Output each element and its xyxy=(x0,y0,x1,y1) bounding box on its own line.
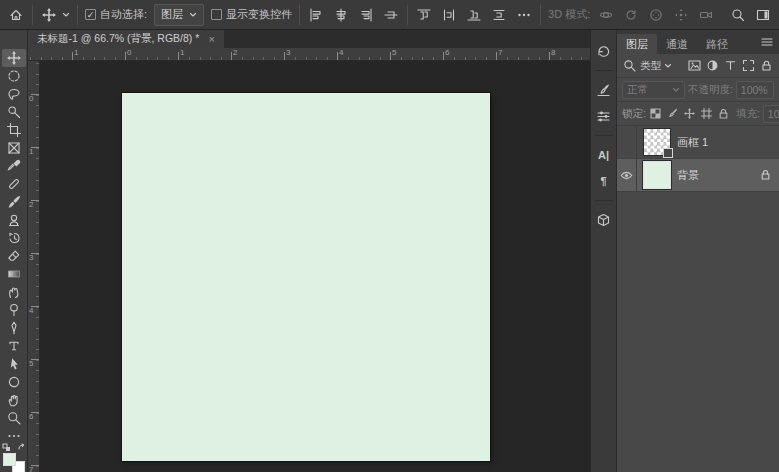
brush-settings-panel-icon[interactable] xyxy=(593,79,615,101)
ruler-label: 2 xyxy=(29,200,33,209)
filter-smart-objects-icon[interactable] xyxy=(759,58,774,73)
lock-position-icon[interactable] xyxy=(683,107,697,121)
ellipse-shape-tool[interactable] xyxy=(2,373,26,391)
frame-tool[interactable] xyxy=(2,139,26,157)
layer-thumbnail-frame1[interactable] xyxy=(644,129,670,155)
layer-thumbnail-background[interactable] xyxy=(644,162,670,188)
filter-type-layers-icon[interactable] xyxy=(723,58,738,73)
divider xyxy=(595,135,613,136)
smudge-tool[interactable] xyxy=(2,283,26,301)
tool-preset-move[interactable] xyxy=(40,6,70,24)
lock-transparency-icon[interactable] xyxy=(649,107,663,121)
brushes-panel-icon[interactable] xyxy=(593,105,615,127)
tab-channels[interactable]: 通道 xyxy=(657,34,697,54)
3d-roll-icon[interactable] xyxy=(622,6,640,24)
collapsed-panel-strip: A| ¶ xyxy=(590,30,617,472)
align-horizontal-centers-icon[interactable] xyxy=(332,6,350,24)
eye-icon xyxy=(620,169,633,182)
align-right-icon[interactable] xyxy=(357,6,375,24)
align-vertical-centers-icon[interactable] xyxy=(382,6,400,24)
filter-adjustment-layers-icon[interactable] xyxy=(705,58,720,73)
show-transform-label: 显示变换控件 xyxy=(226,7,292,22)
layer-name[interactable]: 画框 1 xyxy=(677,135,708,150)
clone-stamp-tool[interactable] xyxy=(2,211,26,229)
libraries-panel-icon[interactable] xyxy=(593,209,615,231)
visibility-toggle-empty[interactable] xyxy=(617,126,637,158)
document-canvas[interactable] xyxy=(122,93,490,461)
divider xyxy=(77,5,78,25)
default-colors-icon[interactable] xyxy=(2,443,11,452)
lasso-tool[interactable] xyxy=(2,85,26,103)
filter-pixel-layers-icon[interactable] xyxy=(687,58,702,73)
3d-camera-icon[interactable] xyxy=(697,6,715,24)
more-align-options-icon[interactable] xyxy=(515,6,533,24)
visibility-toggle-on[interactable] xyxy=(617,159,637,191)
auto-select-target-dropdown[interactable]: 图层 xyxy=(154,4,204,26)
crop-tool[interactable] xyxy=(2,121,26,139)
distribute-horizontal-icon[interactable] xyxy=(440,6,458,24)
paragraph-panel-icon[interactable]: ¶ xyxy=(593,170,615,192)
quick-selection-tool[interactable] xyxy=(2,103,26,121)
divider xyxy=(32,5,33,25)
show-transform-checkbox[interactable] xyxy=(211,9,222,20)
pen-tool[interactable] xyxy=(2,319,26,337)
history-brush-tool[interactable] xyxy=(2,229,26,247)
character-panel-icon[interactable]: A| xyxy=(593,144,615,166)
search-icon[interactable] xyxy=(729,6,747,24)
ruler-label: 5 xyxy=(29,359,33,368)
foreground-color-swatch[interactable] xyxy=(3,453,16,466)
align-top-icon[interactable] xyxy=(415,6,433,24)
home-icon[interactable] xyxy=(7,6,25,24)
dodge-tool[interactable] xyxy=(2,301,26,319)
blend-mode-dropdown[interactable]: 正常 xyxy=(622,81,685,99)
move-tool[interactable] xyxy=(2,49,26,67)
align-left-icon[interactable] xyxy=(307,6,325,24)
show-transform-option[interactable]: 显示变换控件 xyxy=(211,7,292,22)
3d-slide-icon[interactable] xyxy=(672,6,690,24)
ruler-label: 8 xyxy=(549,48,555,57)
eyedropper-tool[interactable] xyxy=(2,157,26,175)
hand-tool[interactable] xyxy=(2,391,26,409)
type-tool[interactable] xyxy=(2,337,26,355)
opacity-dropdown[interactable]: 100% xyxy=(736,81,774,99)
vertical-ruler: 01234567 xyxy=(28,61,40,472)
tab-layers[interactable]: 图层 xyxy=(617,34,657,54)
auto-select-checkbox[interactable]: ✓ xyxy=(85,9,96,20)
gradient-tool[interactable] xyxy=(2,265,26,283)
document-tab[interactable]: 未标题-1 @ 66.7% (背景, RGB/8) * × xyxy=(28,30,224,48)
background-lock-icon[interactable] xyxy=(760,169,773,182)
path-selection-tool[interactable] xyxy=(2,355,26,373)
auto-select-option[interactable]: ✓ 自动选择: xyxy=(85,7,147,22)
fill-dropdown[interactable]: 100% xyxy=(763,105,779,123)
elliptical-marquee-tool[interactable] xyxy=(2,67,26,85)
tab-paths[interactable]: 路径 xyxy=(697,34,737,54)
3d-pan-icon[interactable] xyxy=(647,6,665,24)
distribute-vertical-icon[interactable] xyxy=(490,6,508,24)
ruler-label: 4 xyxy=(337,48,343,57)
swap-colors-icon[interactable] xyxy=(17,443,26,452)
filter-shape-layers-icon[interactable] xyxy=(741,58,756,73)
zoom-tool[interactable] xyxy=(2,409,26,427)
spot-healing-brush-tool[interactable] xyxy=(2,175,26,193)
brush-tool[interactable] xyxy=(2,193,26,211)
layers-panel: 图层 通道 路径 类型 xyxy=(617,30,779,472)
align-bottom-icon[interactable] xyxy=(465,6,483,24)
panel-tabs: 图层 通道 路径 xyxy=(617,30,779,54)
panel-menu-icon[interactable] xyxy=(755,37,779,47)
ruler-label: 4 xyxy=(29,306,33,315)
filter-search-icon xyxy=(622,58,637,73)
lock-all-icon[interactable] xyxy=(717,107,731,121)
3d-orbit-icon[interactable] xyxy=(597,6,615,24)
layer-name[interactable]: 背景 xyxy=(677,168,699,183)
workspace-switcher-icon[interactable] xyxy=(754,6,772,24)
lock-image-icon[interactable] xyxy=(666,107,680,121)
color-swatches xyxy=(2,447,26,472)
history-panel-icon[interactable] xyxy=(593,40,615,62)
eraser-tool[interactable] xyxy=(2,247,26,265)
layer-row-background[interactable]: 背景 xyxy=(617,159,779,192)
filter-kind-dropdown[interactable]: 类型 xyxy=(640,59,661,73)
divider xyxy=(540,5,541,25)
layer-row-frame1[interactable]: 画框 1 xyxy=(617,126,779,159)
lock-artboard-icon[interactable] xyxy=(700,107,714,121)
close-tab-icon[interactable]: × xyxy=(208,33,214,45)
